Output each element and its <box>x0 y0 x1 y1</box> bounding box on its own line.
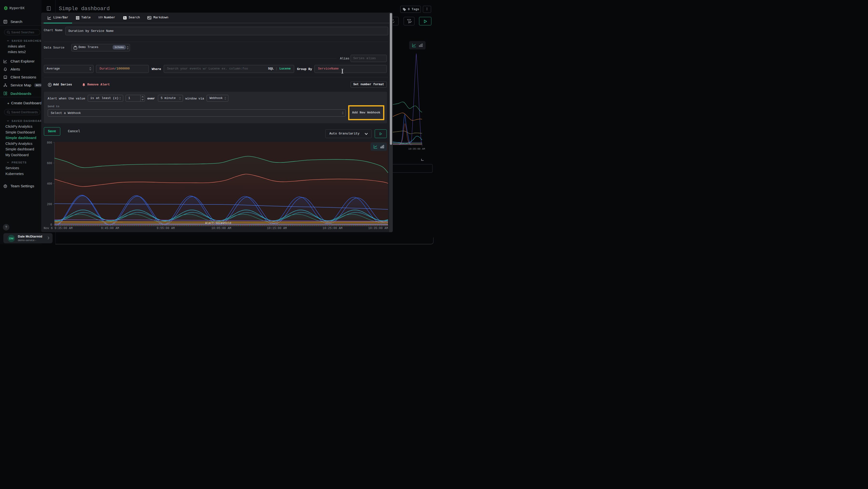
svg-text:Alert Threshold: Alert Threshold <box>205 222 231 225</box>
svg-text:600: 600 <box>47 162 52 165</box>
svg-text:10:25:00 AM: 10:25:00 AM <box>322 227 343 230</box>
svg-text:0: 0 <box>51 223 52 227</box>
svg-text:10:35:00 AM: 10:35:00 AM <box>368 227 388 230</box>
svg-text:9:55:00 AM: 9:55:00 AM <box>157 227 175 230</box>
svg-text:800: 800 <box>47 141 52 145</box>
svg-text:10:15:00 AM: 10:15:00 AM <box>267 227 287 230</box>
svg-text:Nov 6 9:35:00 AM: Nov 6 9:35:00 AM <box>44 227 72 230</box>
svg-text:10:05:00 AM: 10:05:00 AM <box>212 227 231 230</box>
svg-text:200: 200 <box>47 203 52 206</box>
svg-text:9:45:00 AM: 9:45:00 AM <box>101 227 119 230</box>
svg-text:400: 400 <box>47 182 52 185</box>
